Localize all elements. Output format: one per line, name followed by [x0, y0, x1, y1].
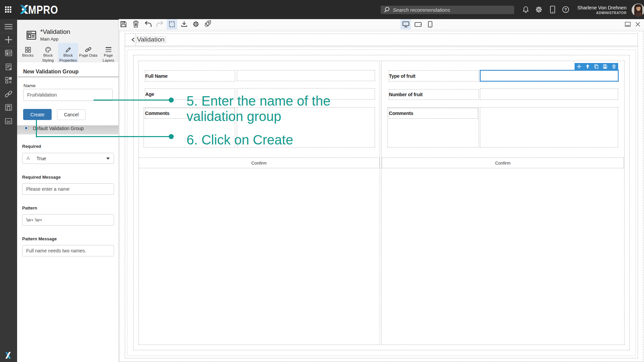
svg-text:(x): (x)	[7, 120, 11, 123]
